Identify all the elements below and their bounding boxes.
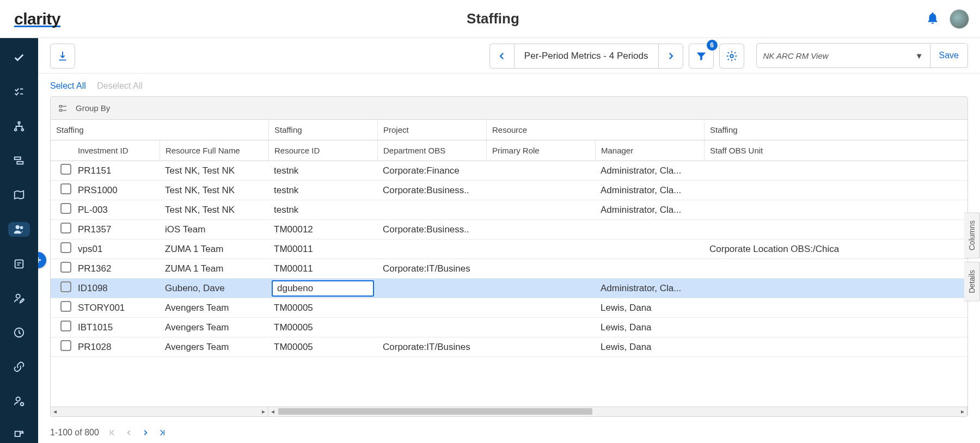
cell-primary-role[interactable] (486, 306, 595, 310)
side-tab-columns[interactable]: Columns (964, 212, 980, 259)
cell-manager[interactable] (595, 227, 704, 232)
cell-editor[interactable]: dgubeno (272, 280, 374, 297)
col-department-obs[interactable]: Department OBS (377, 140, 486, 161)
cell-department-obs[interactable] (377, 247, 486, 251)
page-prev-icon[interactable] (125, 429, 133, 436)
col-resource-id[interactable]: Resource ID (268, 140, 377, 161)
nav-checklist-icon[interactable] (8, 84, 30, 99)
cell-resource-full-name[interactable]: Avengers Team (160, 320, 268, 335)
cell-investment-id[interactable]: PR1362 (72, 261, 160, 276)
cell-manager[interactable]: Administrator, Cla... (595, 202, 704, 218)
cell-resource-full-name[interactable]: Gubeno, Dave (160, 281, 268, 296)
cell-manager[interactable]: Administrator, Cla... (595, 183, 704, 198)
hgroup-staffing-1[interactable]: Staffing (51, 120, 268, 140)
cell-primary-role[interactable] (486, 208, 595, 212)
period-prev-button[interactable] (489, 44, 514, 69)
table-row[interactable]: PR1362ZUMA 1 TeamTM00011Corporate:IT/Bus… (51, 259, 967, 279)
cell-resource-id[interactable]: testnk (268, 163, 377, 179)
nav-export-icon[interactable] (8, 428, 30, 443)
col-manager[interactable]: Manager (595, 140, 704, 161)
save-view-button[interactable]: Save (930, 43, 968, 68)
side-tab-details[interactable]: Details (964, 262, 980, 302)
cell-department-obs[interactable]: Corporate:IT/Busines (377, 340, 486, 355)
col-resource-full-name[interactable]: Resource Full Name (160, 140, 268, 161)
cell-investment-id[interactable]: STORY001 (72, 300, 160, 316)
cell-manager[interactable]: Lewis, Dana (595, 320, 704, 335)
cell-investment-id[interactable]: vps01 (72, 242, 160, 257)
cell-primary-role[interactable] (486, 267, 595, 271)
table-row[interactable]: PR1357iOS TeamTM00012Corporate:Business.… (51, 220, 967, 239)
deselect-all-link[interactable]: Deselect All (97, 81, 143, 90)
cell-investment-id[interactable]: PRS1000 (72, 183, 160, 198)
cell-primary-role[interactable] (486, 345, 595, 349)
table-row[interactable]: PL-003Test NK, Test NKtestnkAdministrato… (51, 200, 967, 220)
cell-investment-id[interactable]: PR1357 (72, 222, 160, 237)
row-checkbox[interactable] (60, 340, 71, 351)
cell-resource-full-name[interactable]: iOS Team (160, 222, 268, 237)
hgroup-staffing-3[interactable]: Staffing (704, 120, 967, 140)
cell-manager[interactable] (595, 247, 704, 251)
cell-resource-full-name[interactable]: Test NK, Test NK (160, 202, 268, 218)
row-checkbox[interactable] (60, 183, 71, 194)
cell-resource-id[interactable]: TM00005 (268, 300, 377, 316)
row-checkbox[interactable] (60, 301, 71, 312)
brand-logo[interactable]: clarity (14, 10, 60, 28)
cell-department-obs[interactable]: Corporate:Finance (377, 163, 486, 179)
cell-staff-obs-unit[interactable] (704, 306, 967, 310)
user-avatar[interactable] (950, 9, 969, 29)
cell-resource-full-name[interactable]: ZUMA 1 Team (160, 261, 268, 276)
add-row-button[interactable]: + (38, 252, 46, 268)
cell-resource-id[interactable]: testnk (268, 202, 377, 218)
nav-link-icon[interactable] (8, 360, 30, 374)
cell-resource-full-name[interactable]: Test NK, Test NK (160, 183, 268, 198)
cell-manager[interactable] (595, 267, 704, 271)
cell-resource-full-name[interactable]: ZUMA 1 Team (160, 242, 268, 257)
cell-staff-obs-unit[interactable] (704, 188, 967, 193)
cell-manager[interactable]: Lewis, Dana (595, 300, 704, 316)
cell-primary-role[interactable] (486, 188, 595, 193)
period-label[interactable]: Per-Period Metrics - 4 Periods (514, 44, 658, 69)
cell-primary-role[interactable] (486, 247, 595, 251)
row-checkbox[interactable] (60, 281, 71, 292)
cell-department-obs[interactable]: Corporate:Business.. (377, 222, 486, 237)
cell-investment-id[interactable]: IBT1015 (72, 320, 160, 335)
period-next-button[interactable] (658, 44, 683, 69)
page-last-icon[interactable] (158, 428, 167, 437)
cell-manager[interactable]: Administrator, Cla... (595, 163, 704, 179)
cell-staff-obs-unit[interactable] (704, 169, 967, 173)
nav-roadmap-icon[interactable] (8, 153, 30, 168)
nav-report-icon[interactable] (8, 256, 30, 271)
nav-user-edit-icon[interactable] (8, 291, 30, 305)
hgroup-project[interactable]: Project (377, 120, 486, 140)
cell-resource-id[interactable]: TM00011 (268, 242, 377, 257)
import-button[interactable] (50, 44, 75, 69)
nav-user-settings-icon[interactable] (8, 394, 30, 409)
cell-staff-obs-unit[interactable] (704, 267, 967, 271)
notifications-icon[interactable] (926, 11, 940, 27)
col-primary-role[interactable]: Primary Role (486, 140, 595, 161)
nav-clock-icon[interactable] (8, 325, 30, 340)
page-first-icon[interactable] (108, 428, 117, 437)
cell-resource-id[interactable]: TM00012 (268, 222, 377, 237)
table-row[interactable]: PR1028Avengers TeamTM00005Corporate:IT/B… (51, 337, 967, 357)
col-staff-obs-unit[interactable]: Staff OBS Unit (704, 140, 967, 161)
row-checkbox[interactable] (60, 223, 71, 233)
view-select[interactable]: NK ARC RM View ▼ (756, 43, 930, 68)
cell-resource-id[interactable]: testnk (268, 183, 377, 198)
cell-primary-role[interactable] (486, 286, 595, 291)
row-checkbox[interactable] (60, 203, 71, 214)
hgroup-resource[interactable]: Resource (486, 120, 704, 140)
cell-manager[interactable]: Administrator, Cla... (595, 281, 704, 296)
cell-primary-role[interactable] (486, 325, 595, 330)
cell-department-obs[interactable]: Corporate:Business.. (377, 183, 486, 198)
cell-department-obs[interactable] (377, 208, 486, 212)
cell-resource-id[interactable]: TM00005 (268, 320, 377, 335)
cell-staff-obs-unit[interactable] (704, 286, 967, 291)
table-row[interactable]: PRS1000Test NK, Test NKtestnkCorporate:B… (51, 181, 967, 200)
nav-hierarchy-icon[interactable] (8, 119, 30, 133)
cell-manager[interactable]: Lewis, Dana (595, 340, 704, 355)
cell-resource-full-name[interactable]: Avengers Team (160, 300, 268, 316)
cell-staff-obs-unit[interactable]: Corporate Location OBS:/Chica (704, 242, 967, 257)
cell-staff-obs-unit[interactable] (704, 345, 967, 349)
cell-department-obs[interactable] (377, 325, 486, 330)
